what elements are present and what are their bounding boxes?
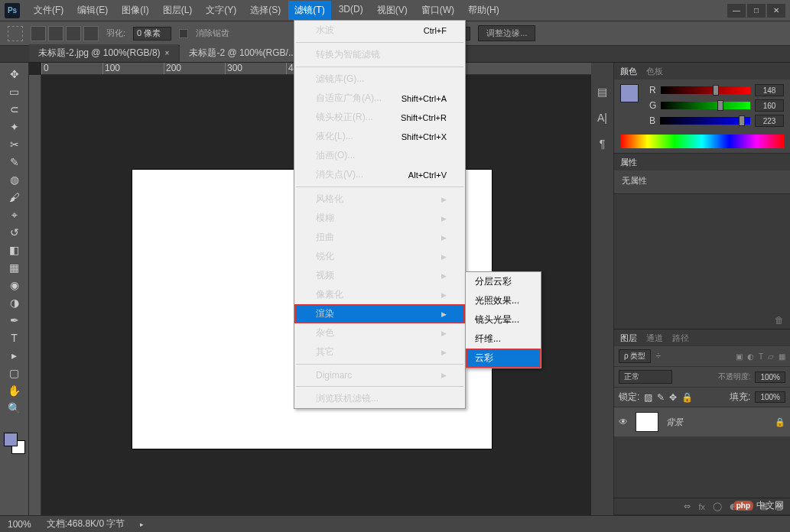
menu-item-4[interactable]: 文字(Y) xyxy=(200,1,242,20)
b-value[interactable] xyxy=(755,115,784,127)
tab-swatches[interactable]: 色板 xyxy=(646,66,663,77)
filter-menu-item-14[interactable]: 锐化▶ xyxy=(294,247,465,266)
render-submenu-item-4[interactable]: 云彩 xyxy=(466,349,541,368)
clone-stamp-tool[interactable]: ⌖ xyxy=(5,206,24,223)
color-swatches[interactable] xyxy=(4,433,25,454)
filter-adjustment-icon[interactable]: ◐ xyxy=(747,352,754,361)
g-slider[interactable] xyxy=(661,102,750,109)
filter-menu-item-6[interactable]: 镜头校正(R)...Shift+Ctrl+R xyxy=(294,108,465,127)
zoom-tool[interactable]: 🔍 xyxy=(5,400,24,417)
menu-item-0[interactable]: 文件(F) xyxy=(28,1,70,20)
opacity-value[interactable]: 100% xyxy=(755,371,785,383)
filter-smart-icon[interactable]: ▦ xyxy=(779,352,785,361)
rectangle-tool[interactable]: ▢ xyxy=(5,365,24,381)
filter-menu-item-17[interactable]: 渲染▶ xyxy=(294,304,465,323)
refine-edge-button[interactable]: 调整边缘... xyxy=(478,25,535,41)
layer-item-background[interactable]: 👁 背景 🔒 xyxy=(614,407,790,436)
eyedropper-tool[interactable]: ✎ xyxy=(5,154,24,170)
filter-menu-item-11[interactable]: 风格化▶ xyxy=(294,190,465,209)
b-slider[interactable] xyxy=(660,117,750,125)
menu-item-5[interactable]: 选择(S) xyxy=(244,1,287,20)
trash-icon[interactable]: 🗑 xyxy=(775,315,784,326)
selection-new-icon[interactable] xyxy=(31,26,46,41)
filter-menu-item-18[interactable]: 杂色▶ xyxy=(294,323,465,342)
filter-menu-item-13[interactable]: 扭曲▶ xyxy=(294,228,465,247)
tab-channels[interactable]: 通道 xyxy=(646,332,663,344)
layer-name[interactable]: 背景 xyxy=(666,417,683,428)
filter-menu-item-5[interactable]: 自适应广角(A)...Shift+Ctrl+A xyxy=(294,89,465,108)
filter-menu-item-7[interactable]: 液化(L)...Shift+Ctrl+X xyxy=(294,127,465,146)
tab-layers[interactable]: 图层 xyxy=(620,332,637,344)
tool-preset-icon[interactable] xyxy=(8,26,23,41)
filter-menu-item-9[interactable]: 消失点(V)...Alt+Ctrl+V xyxy=(294,165,465,184)
maximize-button[interactable]: □ xyxy=(747,4,766,18)
lock-image-icon[interactable]: ✎ xyxy=(657,392,665,403)
filter-menu-item-23[interactable]: 浏览联机滤镜... xyxy=(294,389,465,408)
render-submenu-item-1[interactable]: 光照效果... xyxy=(466,291,541,310)
move-tool[interactable]: ✥ xyxy=(5,66,24,83)
brush-tool[interactable]: 🖌 xyxy=(5,189,24,206)
menu-item-9[interactable]: 窗口(W) xyxy=(415,1,460,20)
lock-transparent-icon[interactable]: ▨ xyxy=(644,392,652,403)
layer-fx-icon[interactable]: fx xyxy=(698,502,705,511)
menu-item-8[interactable]: 视图(V) xyxy=(371,1,414,20)
tab-paths[interactable]: 路径 xyxy=(672,332,689,344)
menu-item-2[interactable]: 图像(I) xyxy=(115,1,154,20)
marquee-tool[interactable]: ▭ xyxy=(5,83,24,100)
blur-tool[interactable]: ◉ xyxy=(5,277,24,294)
paragraph-panel-icon[interactable]: ¶ xyxy=(600,138,606,150)
tab-close-icon[interactable]: × xyxy=(165,49,170,57)
path-selection-tool[interactable]: ▸ xyxy=(5,347,24,364)
g-value[interactable] xyxy=(755,99,784,112)
feather-input[interactable] xyxy=(133,27,171,41)
layer-mask-icon[interactable]: ◯ xyxy=(713,501,722,511)
render-submenu-item-0[interactable]: 分层云彩 xyxy=(466,272,541,291)
document-tab-0[interactable]: 未标题-2.jpg @ 100%(RGB/8)× xyxy=(29,44,178,62)
render-submenu-item-2[interactable]: 镜头光晕... xyxy=(466,310,541,329)
visibility-icon[interactable]: 👁 xyxy=(619,417,628,427)
tab-color[interactable]: 颜色 xyxy=(620,66,637,77)
filter-menu-item-8[interactable]: 油画(O)... xyxy=(294,146,465,165)
link-layers-icon[interactable]: ⇔ xyxy=(684,501,691,511)
filter-menu-item-2[interactable]: 转换为智能滤镜 xyxy=(294,45,465,64)
healing-brush-tool[interactable]: ◍ xyxy=(5,171,24,188)
menu-item-7[interactable]: 3D(D) xyxy=(333,1,369,20)
r-value[interactable] xyxy=(755,84,784,96)
render-submenu-item-3[interactable]: 纤维... xyxy=(466,329,541,349)
lock-all-icon[interactable]: 🔒 xyxy=(681,392,693,403)
tab-properties[interactable]: 属性 xyxy=(620,157,637,168)
menu-item-1[interactable]: 编辑(E) xyxy=(71,1,114,20)
color-preview[interactable] xyxy=(620,84,639,102)
document-info[interactable]: 文档:468.8K/0 字节 xyxy=(47,517,125,530)
filter-menu-item-19[interactable]: 其它▶ xyxy=(294,342,465,362)
minimize-button[interactable]: — xyxy=(727,4,746,18)
eraser-tool[interactable]: ◧ xyxy=(5,242,24,258)
antialias-checkbox[interactable] xyxy=(179,29,188,38)
zoom-level[interactable]: 100% xyxy=(8,519,31,530)
lock-position-icon[interactable]: ✥ xyxy=(669,392,677,403)
pen-tool[interactable]: ✒ xyxy=(5,312,24,329)
filter-type-icon[interactable]: T xyxy=(759,352,763,361)
filter-menu-item-4[interactable]: 滤镜库(G)... xyxy=(294,70,465,89)
filter-menu-item-0[interactable]: 水波Ctrl+F xyxy=(294,21,465,40)
blend-mode-dropdown[interactable]: 正常 xyxy=(619,370,672,384)
r-slider[interactable] xyxy=(661,86,750,94)
filter-menu-item-12[interactable]: 模糊▶ xyxy=(294,209,465,228)
type-tool[interactable]: T xyxy=(5,329,24,346)
filter-menu-item-15[interactable]: 视频▶ xyxy=(294,266,465,285)
menu-item-10[interactable]: 帮助(H) xyxy=(462,1,506,20)
filter-menu-item-16[interactable]: 像素化▶ xyxy=(294,285,465,304)
color-spectrum[interactable] xyxy=(620,135,784,148)
menu-item-6[interactable]: 滤镜(T) xyxy=(288,1,330,20)
filter-shape-icon[interactable]: ▱ xyxy=(768,352,774,361)
close-button[interactable]: ✕ xyxy=(767,4,785,18)
fill-value[interactable]: 100% xyxy=(755,391,785,403)
history-panel-icon[interactable]: ▤ xyxy=(597,86,607,98)
selection-intersect-icon[interactable] xyxy=(83,26,99,41)
selection-subtract-icon[interactable] xyxy=(66,26,81,41)
dodge-tool[interactable]: ◑ xyxy=(5,294,24,311)
layer-thumbnail[interactable] xyxy=(636,412,658,432)
gradient-tool[interactable]: ▦ xyxy=(5,259,24,276)
character-panel-icon[interactable]: A| xyxy=(597,112,607,124)
filter-pixel-icon[interactable]: ▣ xyxy=(736,352,743,361)
